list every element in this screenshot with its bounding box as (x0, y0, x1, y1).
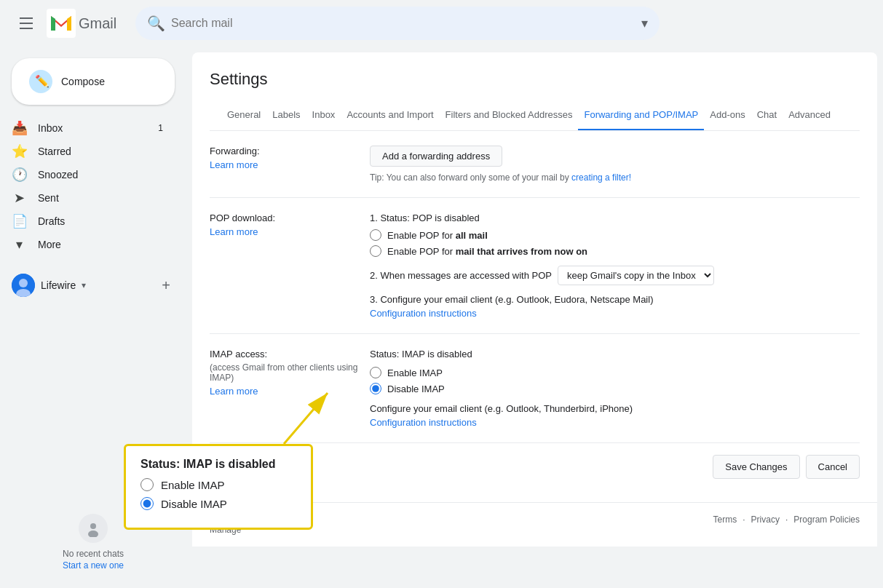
search-input[interactable] (171, 17, 635, 30)
callout-enable-radio[interactable] (140, 478, 154, 491)
sidebar-item-more[interactable]: ▾ More (0, 233, 175, 256)
pop-download-row: POP download: Learn more 1. Status: POP … (210, 198, 860, 334)
svg-text:Gmail: Gmail (79, 15, 116, 31)
imap-label: IMAP access: (210, 349, 358, 359)
gmail-logo[interactable]: Gmail (47, 9, 118, 38)
pop-learn-more[interactable]: Learn more (210, 226, 358, 237)
forwarding-label: Forwarding: (210, 146, 358, 156)
imap-configure-desc: (e.g. Outlook, Thunderbird, iPhone) (485, 403, 633, 414)
sent-icon: ➤ (12, 190, 26, 206)
tab-filters[interactable]: Filters and Blocked Addresses (440, 100, 579, 131)
avatar (12, 274, 35, 297)
terms-link[interactable]: Terms (713, 514, 737, 535)
pop-status: 1. Status: POP is disabled (370, 212, 860, 223)
pop-config-link[interactable]: Configuration instructions (370, 308, 860, 319)
tab-advanced[interactable]: Advanced (783, 100, 836, 131)
pop-select[interactable]: keep Gmail's copy in the Inbox (558, 266, 714, 285)
privacy-link[interactable]: Privacy (751, 514, 780, 535)
imap-config-link[interactable]: Configuration instructions (370, 417, 860, 428)
save-changes-button[interactable]: Save Changes (713, 455, 799, 479)
gmail-text-logo: Gmail (79, 15, 118, 32)
search-dropdown-icon[interactable]: ▾ (641, 15, 648, 31)
forwarding-learn-more[interactable]: Learn more (210, 159, 358, 170)
drafts-label: Drafts (38, 215, 65, 227)
tab-chat[interactable]: Chat (751, 100, 783, 131)
chat-avatar (79, 514, 108, 543)
settings-tabs: General Labels Inbox Accounts and Import… (210, 100, 860, 131)
chat-start-new-link[interactable]: Start a new one (63, 560, 124, 571)
imap-disable-row: Disable IMAP (370, 383, 860, 394)
imap-enable-label: Enable IMAP (387, 368, 443, 378)
pop-enable-now-row: Enable POP for mail that arrives from no… (370, 245, 860, 257)
sidebar-item-sent[interactable]: ➤ Sent (0, 186, 175, 210)
pop-enable-all-radio[interactable] (370, 229, 381, 241)
imap-disable-label: Disable IMAP (387, 384, 445, 394)
svg-line-10 (284, 393, 328, 444)
add-account-button[interactable]: + (157, 277, 175, 294)
creating-filter-link[interactable]: creating a filter! (571, 172, 631, 183)
drafts-icon: 📄 (12, 213, 26, 229)
sidebar-item-starred[interactable]: ⭐ Starred (0, 140, 175, 163)
forwarding-row: Forwarding: Learn more Add a forwarding … (210, 131, 860, 198)
imap-status-text: Status: IMAP is disabled (370, 349, 860, 359)
callout-box: Status: IMAP is disabled Enable IMAP Dis… (124, 444, 313, 530)
sidebar-item-inbox[interactable]: 📥 Inbox 1 (0, 116, 175, 140)
tab-labels[interactable]: Labels (266, 100, 306, 131)
inbox-badge: 1 (158, 123, 163, 133)
forwarding-tip: Tip: You can also forward only some of y… (370, 172, 860, 183)
tab-forwarding[interactable]: Forwarding and POP/IMAP (578, 100, 704, 131)
svg-point-5 (19, 279, 28, 287)
compose-label: Compose (61, 76, 105, 87)
pop-label-col: POP download: Learn more (210, 212, 370, 319)
account-section[interactable]: Lifewire ▾ + (0, 268, 186, 303)
separator-2: · (785, 514, 788, 535)
inbox-label: Inbox (38, 122, 63, 134)
topbar: Gmail 🔍 ▾ (0, 0, 883, 47)
chat-no-recent-text: No recent chats (12, 549, 175, 559)
cancel-button[interactable]: Cancel (806, 455, 860, 479)
imap-content: Status: IMAP is disabled Enable IMAP Dis… (370, 349, 860, 428)
callout-overlay: Status: IMAP is disabled Enable IMAP Dis… (124, 444, 313, 530)
program-policies-link[interactable]: Program Policies (793, 514, 860, 535)
tab-general[interactable]: General (221, 100, 266, 131)
pop-enable-now-radio[interactable] (370, 245, 381, 257)
account-name: Lifewire (41, 279, 76, 291)
search-icon: 🔍 (147, 15, 165, 32)
svg-text:✏️: ✏️ (35, 74, 50, 88)
pop-when-row: 2. When messages are accessed with POP k… (370, 266, 860, 285)
compose-button[interactable]: ✏️ Compose (12, 58, 175, 105)
sidebar-item-snoozed[interactable]: 🕐 Snoozed (0, 163, 175, 186)
inbox-icon: 📥 (12, 120, 26, 136)
add-forwarding-button[interactable]: Add a forwarding address (370, 146, 502, 167)
compose-icon: ✏️ (29, 70, 52, 93)
search-bar: 🔍 ▾ (135, 7, 660, 40)
pop-when-label: 2. When messages are accessed with POP (370, 270, 552, 281)
snoozed-icon: 🕐 (12, 167, 26, 183)
starred-label: Starred (38, 146, 71, 157)
pop-enable-all-text: Enable POP for all mail (387, 230, 488, 241)
account-dropdown-icon: ▾ (82, 280, 86, 290)
callout-title: Status: IMAP is disabled (140, 458, 296, 471)
pop-enable-now-text: Enable POP for mail that arrives from no… (387, 246, 587, 257)
svg-point-8 (90, 523, 96, 529)
forwarding-label-col: Forwarding: Learn more (210, 146, 370, 183)
snoozed-label: Snoozed (38, 169, 78, 180)
imap-enable-row: Enable IMAP (370, 367, 860, 378)
imap-configure-label: Configure your email client (e.g. Outloo… (370, 403, 860, 414)
sidebar-item-drafts[interactable]: 📄 Drafts (0, 210, 175, 233)
footer-right: Terms · Privacy · Program Policies (713, 514, 860, 535)
tip-text: Tip: You can also forward only some of y… (370, 172, 569, 183)
tab-inbox[interactable]: Inbox (306, 100, 341, 131)
more-label: More (38, 239, 61, 250)
callout-disable-radio[interactable] (140, 497, 154, 510)
imap-disable-radio[interactable] (370, 383, 381, 394)
tab-addons[interactable]: Add-ons (704, 100, 751, 131)
settings-header: Settings General Labels Inbox Accounts a… (192, 52, 877, 131)
callout-disable-label: Disable IMAP (161, 498, 227, 510)
pop-content: 1. Status: POP is disabled Enable POP fo… (370, 212, 860, 319)
tab-accounts-import[interactable]: Accounts and Import (341, 100, 439, 131)
imap-enable-radio[interactable] (370, 367, 381, 378)
imap-sublabel: (access Gmail from other clients using I… (210, 362, 358, 383)
hamburger-menu[interactable] (12, 9, 41, 38)
starred-icon: ⭐ (12, 143, 26, 159)
